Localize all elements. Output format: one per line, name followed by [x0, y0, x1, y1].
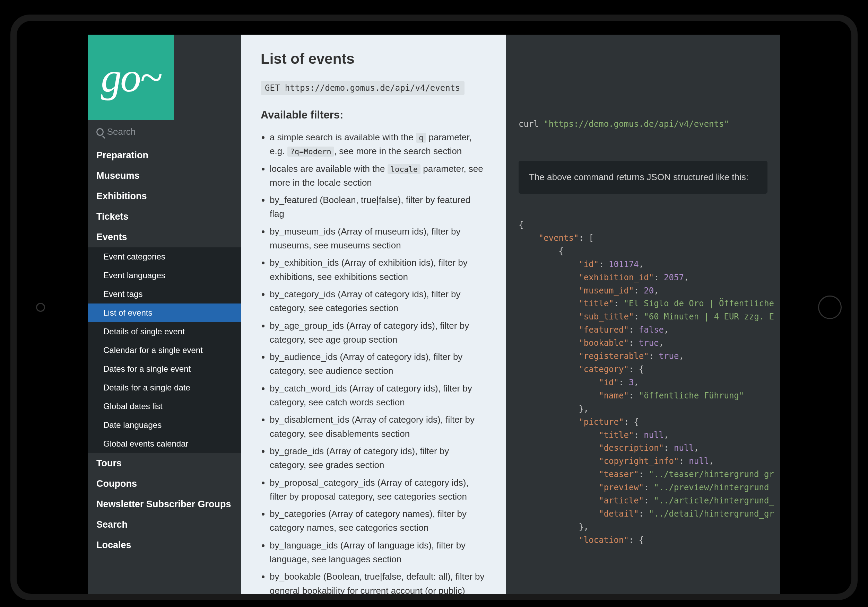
sidebar-item-exhibitions[interactable]: Exhibitions: [88, 186, 241, 206]
sidebar-subitem-dates-for-a-single-event[interactable]: Dates for a single event: [88, 360, 241, 378]
filters-heading: Available filters:: [261, 109, 487, 121]
logo: go~: [88, 35, 174, 120]
filter-item: by_language_ids (Array of language ids),…: [270, 538, 487, 567]
filter-item: by_bookable (Boolean, true|false, defaul…: [270, 570, 487, 594]
filter-item: by_featured (Boolean, true|false), filte…: [270, 193, 487, 221]
sidebar-subitem-global-dates-list[interactable]: Global dates list: [88, 397, 241, 416]
filter-item: by_museum_ids (Array of museum ids), fil…: [270, 225, 487, 252]
filter-item: a simple search is available with the q …: [270, 130, 487, 158]
sidebar-subitem-global-events-calendar[interactable]: Global events calendar: [88, 435, 241, 453]
search-input[interactable]: [107, 127, 233, 137]
sidebar-subitem-details-for-a-single-date[interactable]: Details for a single date: [88, 378, 241, 397]
json-response: { "events": [ { "id": 101174, "exhibitio…: [519, 218, 780, 547]
sidebar-subitem-date-languages[interactable]: Date languages: [88, 416, 241, 435]
tablet-frame: go~ PreparationMuseumsExhibitionsTickets…: [11, 14, 857, 600]
sidebar-nav: PreparationMuseumsExhibitionsTicketsEven…: [88, 141, 241, 594]
search-icon: [96, 128, 104, 136]
filter-item: by_audience_ids (Array of category ids),…: [270, 350, 487, 378]
sidebar-item-museums[interactable]: Museums: [88, 166, 241, 186]
sidebar-subitem-event-tags[interactable]: Event tags: [88, 285, 241, 304]
filter-item: by_grade_ids (Array of category ids), fi…: [270, 444, 487, 472]
sidebar-subitem-event-categories[interactable]: Event categories: [88, 247, 241, 266]
filter-item: by_proposal_category_ids (Array of categ…: [270, 476, 487, 504]
sidebar-item-tours[interactable]: Tours: [88, 453, 241, 474]
filter-item: by_exhibition_ids (Array of exhibition i…: [270, 255, 487, 284]
sidebar-item-tickets[interactable]: Tickets: [88, 206, 241, 227]
app-screen: go~ PreparationMuseumsExhibitionsTickets…: [88, 35, 780, 594]
home-button[interactable]: [818, 296, 842, 319]
sidebar-subitem-details-of-single-event[interactable]: Details of single event: [88, 322, 241, 341]
search-container: [88, 120, 241, 141]
filter-item: by_disablement_ids (Array of category id…: [270, 413, 487, 441]
sidebar-subitem-event-languages[interactable]: Event languages: [88, 266, 241, 285]
curl-command: curl "https://demo.gomus.de/api/v4/event…: [519, 119, 780, 129]
content-pane: List of events GET https://demo.gomus.de…: [241, 35, 506, 594]
camera-icon: [36, 303, 45, 312]
response-note: The above command returns JSON structure…: [519, 161, 767, 194]
endpoint-code: GET https://demo.gomus.de/api/v4/events: [261, 81, 465, 95]
sidebar-subitem-list-of-events[interactable]: List of events: [88, 304, 241, 322]
filter-item: by_category_ids (Array of category ids),…: [270, 287, 487, 315]
page-title: List of events: [261, 51, 487, 67]
sidebar-item-coupons[interactable]: Coupons: [88, 474, 241, 494]
sidebar-item-search[interactable]: Search: [88, 514, 241, 535]
sidebar-item-events[interactable]: Events: [88, 227, 241, 247]
filter-item: locales are available with the locale pa…: [270, 162, 487, 190]
sidebar-item-preparation[interactable]: Preparation: [88, 145, 241, 166]
filter-item: by_catch_word_ids (Array of category ids…: [270, 381, 487, 410]
sidebar: go~ PreparationMuseumsExhibitionsTickets…: [88, 35, 241, 594]
sidebar-item-newsletter-subscriber-groups[interactable]: Newsletter Subscriber Groups: [88, 494, 241, 514]
sidebar-item-locales[interactable]: Locales: [88, 535, 241, 555]
filters-list: a simple search is available with the q …: [261, 130, 487, 594]
filter-item: by_categories (Array of category names),…: [270, 507, 487, 535]
sidebar-subitem-calendar-for-a-single-event[interactable]: Calendar for a single event: [88, 341, 241, 360]
tablet-bezel: go~ PreparationMuseumsExhibitionsTickets…: [17, 21, 851, 594]
code-pane: curl "https://demo.gomus.de/api/v4/event…: [506, 35, 780, 594]
filter-item: by_age_group_ids (Array of category ids)…: [270, 319, 487, 347]
